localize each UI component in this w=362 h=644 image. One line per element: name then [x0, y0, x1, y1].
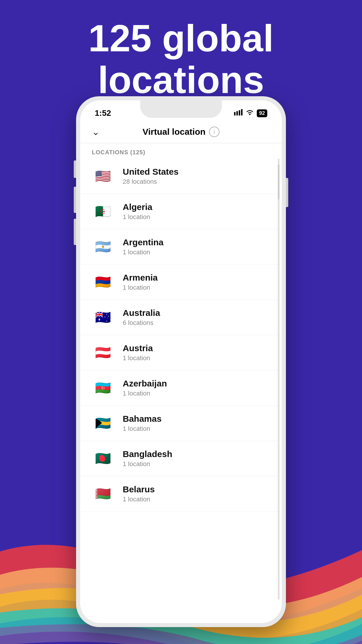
location-item[interactable]: 🇦🇿 Azerbaijan 1 location [80, 370, 282, 406]
status-icons: 92 [234, 109, 267, 117]
location-item[interactable]: 🇩🇿 Algeria 1 location [80, 194, 282, 229]
nav-title: Virtual location [143, 127, 205, 137]
location-count: 1 location [123, 284, 158, 291]
location-name: Armenia [123, 273, 158, 283]
location-count: 1 location [123, 249, 164, 256]
location-item[interactable]: 🇦🇲 Armenia 1 location [80, 265, 282, 300]
location-item[interactable]: 🇧🇾 Belarus 1 location [80, 476, 282, 512]
flag-icon: 🇧🇾 [92, 483, 114, 505]
location-info: Algeria 1 location [123, 202, 152, 221]
hero-title: 125 global locations [0, 18, 362, 101]
location-info: Azerbaijan 1 location [123, 379, 167, 397]
location-name: Australia [123, 308, 160, 318]
svg-point-4 [249, 114, 250, 115]
location-count: 1 location [123, 213, 152, 221]
mute-button [74, 160, 76, 178]
location-name: Austria [123, 343, 153, 353]
location-info: Australia 6 locations [123, 308, 160, 327]
location-item[interactable]: 🇧🇩 Bangladesh 1 location [80, 441, 282, 476]
nav-bar: ⌄ Virtual location i [80, 121, 282, 143]
flag-icon: 🇧🇸 [92, 412, 114, 434]
location-name: Azerbaijan [123, 379, 167, 388]
svg-rect-3 [241, 109, 242, 116]
svg-rect-1 [236, 111, 238, 116]
flag-icon: 🇦🇲 [92, 271, 114, 293]
volume-down-button [74, 219, 76, 245]
notch [140, 100, 222, 118]
location-item[interactable]: 🇦🇺 Australia 6 locations [80, 300, 282, 335]
location-count: 1 location [123, 425, 161, 433]
power-button [286, 178, 288, 207]
location-info: Belarus 1 location [123, 484, 155, 503]
location-list[interactable]: 🇺🇸 United States 28 locations 🇩🇿 Algeria… [80, 159, 282, 623]
location-name: United States [123, 167, 179, 177]
flag-icon: 🇦🇹 [92, 342, 114, 364]
flag-icon: 🇺🇸 [92, 165, 114, 187]
flag-icon: 🇧🇩 [92, 447, 114, 470]
scroll-thumb [278, 164, 280, 200]
location-count: 6 locations [123, 319, 160, 327]
location-name: Bahamas [123, 414, 161, 424]
location-count: 1 location [123, 460, 172, 468]
flag-icon: 🇦🇺 [92, 306, 114, 328]
location-name: Belarus [123, 484, 155, 494]
status-time: 1:52 [95, 108, 111, 118]
hero-section: 125 global locations [0, 18, 362, 101]
location-info: Bahamas 1 location [123, 414, 161, 433]
section-header: LOCATIONS (125) [80, 143, 282, 159]
flag-icon: 🇩🇿 [92, 200, 114, 223]
location-count: 1 location [123, 496, 155, 503]
location-info: Bangladesh 1 location [123, 449, 172, 468]
phone-frame: 1:52 [76, 96, 286, 627]
back-button[interactable]: ⌄ [92, 126, 100, 137]
location-item[interactable]: 🇺🇸 United States 28 locations [80, 159, 282, 194]
location-info: Austria 1 location [123, 343, 153, 362]
location-count: 28 locations [123, 178, 179, 186]
location-name: Algeria [123, 202, 152, 212]
location-name: Bangladesh [123, 449, 172, 459]
signal-icon [234, 109, 243, 117]
svg-rect-0 [234, 112, 236, 116]
svg-rect-2 [239, 110, 240, 116]
location-info: Armenia 1 location [123, 273, 158, 291]
location-info: Argentina 1 location [123, 237, 164, 256]
location-count: 1 location [123, 354, 153, 362]
location-item[interactable]: 🇦🇹 Austria 1 location [80, 335, 282, 370]
location-item[interactable]: 🇧🇸 Bahamas 1 location [80, 406, 282, 441]
battery-icon: 92 [257, 109, 267, 117]
location-info: United States 28 locations [123, 167, 179, 186]
volume-up-button [74, 187, 76, 213]
phone-screen: 1:52 [80, 100, 282, 623]
flag-icon: 🇦🇷 [92, 236, 114, 258]
location-count: 1 location [123, 390, 167, 397]
flag-icon: 🇦🇿 [92, 377, 114, 399]
wifi-icon [246, 109, 254, 117]
location-name: Argentina [123, 237, 164, 247]
location-item[interactable]: 🇦🇷 Argentina 1 location [80, 229, 282, 265]
scroll-indicator [278, 159, 280, 600]
info-icon[interactable]: i [209, 127, 219, 137]
